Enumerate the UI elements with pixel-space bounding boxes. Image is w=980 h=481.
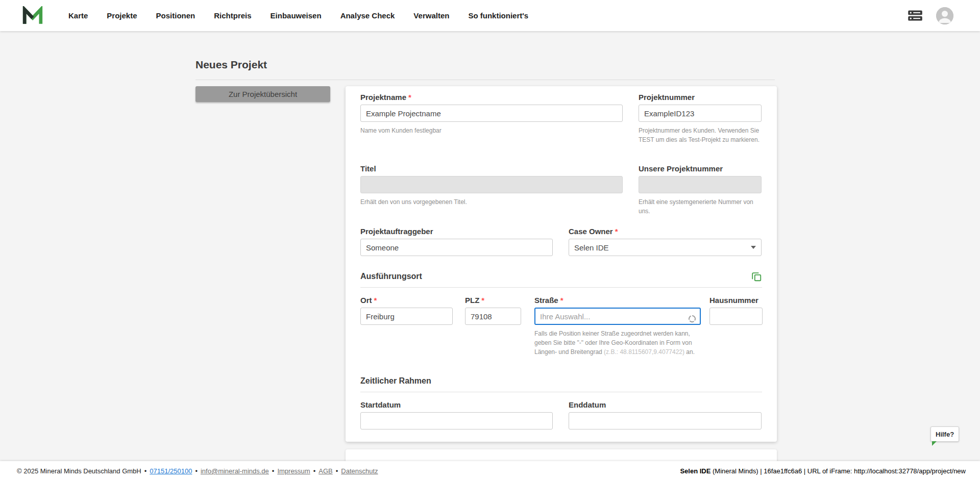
plz-label: PLZ*	[465, 296, 521, 305]
nav-item-einbauweisen[interactable]: Einbauweisen	[271, 11, 322, 20]
help-bubble-tail	[932, 441, 937, 446]
startdatum-input[interactable]	[360, 412, 553, 429]
required-marker: *	[481, 296, 484, 305]
field-titel: Titel Erhält den von uns vorgegebenen Ti…	[360, 164, 623, 207]
unsere-projektnummer-helper: Erhält eine systemgenerierte Nummer von …	[639, 197, 762, 216]
nav-item-richtpreis[interactable]: Richtpreis	[214, 11, 251, 20]
field-ort: Ort*	[360, 296, 453, 325]
zeitlicher-rahmen-heading: Zeitlicher Rahmen	[360, 376, 431, 386]
case-owner-select[interactable]: Selen IDE	[569, 239, 762, 256]
unsere-projektnummer-label: Unsere Projektnummer	[639, 164, 762, 173]
case-owner-label-text: Case Owner	[569, 227, 613, 236]
required-marker: *	[560, 296, 564, 305]
footer-email-link[interactable]: info@mineral-minds.de	[201, 467, 269, 475]
field-enddatum: Enddatum	[569, 400, 762, 429]
strasse-helper-example: (z.B.: 48.8115607,9.4077422)	[604, 348, 684, 356]
navbar-actions	[908, 7, 953, 24]
nav-item-verwalten[interactable]: Verwalten	[413, 11, 449, 20]
projektnummer-input[interactable]	[639, 105, 762, 122]
projektauftraggeber-label: Projektauftraggeber	[360, 227, 553, 236]
back-to-project-overview-button[interactable]: Zur Projektübersicht	[195, 86, 330, 102]
projektauftraggeber-input[interactable]	[360, 239, 553, 256]
titel-helper: Erhält den von uns vorgegebenen Titel.	[360, 197, 623, 207]
help-button[interactable]: Hilfe?	[930, 426, 959, 442]
footer-copyright: © 2025 Mineral Minds Deutschland GmbH	[17, 467, 141, 475]
title-divider	[195, 80, 775, 80]
field-case-owner: Case Owner* Selen IDE	[569, 227, 762, 256]
footer-left: © 2025 Mineral Minds Deutschland GmbH • …	[17, 467, 378, 475]
projektname-input[interactable]	[360, 105, 623, 122]
enddatum-input[interactable]	[569, 412, 762, 429]
chevron-down-icon	[751, 246, 756, 249]
case-owner-selected-value: Selen IDE	[574, 243, 609, 252]
projektnummer-label: Projektnummer	[639, 93, 762, 102]
strasse-helper-suffix: an.	[684, 348, 695, 356]
field-projektnummer: Projektnummer Projektnummer des Kunden. …	[639, 93, 762, 144]
footer-phone-link[interactable]: 07151/250100	[150, 467, 192, 475]
section-zeitlicher-rahmen: Zeitlicher Rahmen	[360, 375, 762, 387]
section-divider	[360, 392, 762, 392]
required-marker: *	[615, 227, 618, 236]
titel-label: Titel	[360, 164, 623, 173]
field-startdatum: Startdatum	[360, 400, 553, 429]
strasse-input-wrap	[534, 308, 701, 325]
nav-item-karte[interactable]: Karte	[68, 11, 88, 20]
loading-spinner-icon	[688, 315, 696, 323]
person-icon	[936, 7, 953, 24]
projektname-label: Projektname*	[360, 93, 623, 102]
projektname-label-text: Projektname	[360, 93, 406, 102]
footer-separator: •	[195, 467, 198, 475]
strasse-label: Straße*	[534, 296, 701, 305]
plz-label-text: PLZ	[465, 296, 479, 305]
section-ausfuehrungsort: Ausführungsort	[360, 270, 762, 283]
copy-icon[interactable]	[751, 271, 762, 282]
ausfuehrungsort-heading: Ausführungsort	[360, 272, 422, 281]
field-hausnummer: Hausnummer	[709, 296, 763, 325]
ort-label-text: Ort	[360, 296, 372, 305]
nav-item-analyse-check[interactable]: Analyse Check	[340, 11, 395, 20]
plz-input[interactable]	[465, 308, 521, 325]
field-projektauftraggeber: Projektauftraggeber	[360, 227, 553, 256]
server-icon[interactable]	[908, 10, 923, 21]
top-navbar: Karte Projekte Positionen Richtpreis Ein…	[0, 0, 980, 31]
field-unsere-projektnummer: Unsere Projektnummer Erhält eine systemg…	[639, 164, 762, 216]
unsere-projektnummer-input	[639, 176, 762, 193]
footer-session-user: Selen IDE	[680, 467, 710, 475]
strasse-input[interactable]	[534, 308, 701, 325]
footer-session-details: (Mineral Minds) | 16fae1ffc6a6 | URL of …	[710, 467, 966, 475]
page-title: Neues Projekt	[195, 59, 267, 71]
footer: © 2025 Mineral Minds Deutschland GmbH • …	[0, 461, 980, 481]
footer-impressum-link[interactable]: Impressum	[277, 467, 310, 475]
field-projektname: Projektname* Name vom Kunden festlegbar	[360, 93, 623, 135]
brand-logo-icon	[22, 6, 43, 26]
footer-separator: •	[144, 467, 147, 475]
projektnummer-helper: Projektnummer des Kunden. Verwenden Sie …	[639, 126, 762, 144]
footer-separator: •	[336, 467, 338, 475]
ort-label: Ort*	[360, 296, 453, 305]
ort-input[interactable]	[360, 308, 453, 325]
strasse-label-text: Straße	[534, 296, 558, 305]
footer-agb-link[interactable]: AGB	[318, 467, 332, 475]
projektname-helper: Name vom Kunden festlegbar	[360, 126, 623, 135]
nav-item-so-funktionierts[interactable]: So funktioniert's	[468, 11, 528, 20]
titel-input	[360, 176, 623, 193]
field-plz: PLZ*	[465, 296, 521, 325]
footer-datenschutz-link[interactable]: Datenschutz	[341, 467, 378, 475]
strasse-helper: Falls die Position keiner Straße zugeord…	[534, 329, 701, 357]
case-owner-label: Case Owner*	[569, 227, 762, 236]
user-avatar[interactable]	[936, 7, 953, 24]
help-button-label: Hilfe?	[936, 431, 954, 438]
nav-item-positionen[interactable]: Positionen	[156, 11, 195, 20]
startdatum-label: Startdatum	[360, 400, 553, 410]
required-marker: *	[374, 296, 377, 305]
field-strasse: Straße* Falls die Position keiner Straße…	[534, 296, 701, 357]
brand-logo[interactable]	[22, 6, 43, 26]
enddatum-label: Enddatum	[569, 400, 762, 410]
footer-separator: •	[313, 467, 316, 475]
nav-item-projekte[interactable]: Projekte	[107, 11, 137, 20]
hausnummer-input[interactable]	[709, 308, 763, 325]
main-content: Neues Projekt Zur Projektübersicht Proje…	[0, 31, 980, 481]
required-marker: *	[408, 93, 411, 102]
hausnummer-label: Hausnummer	[709, 296, 763, 305]
section-divider	[360, 287, 762, 288]
